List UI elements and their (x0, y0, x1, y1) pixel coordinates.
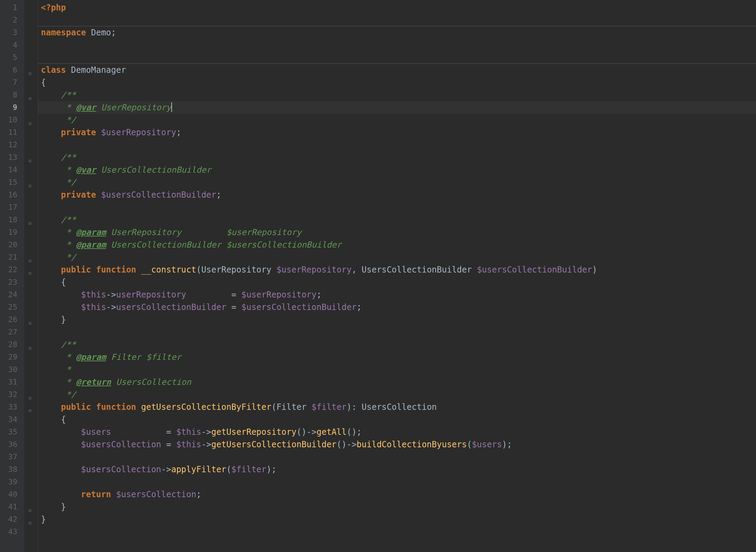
code-line[interactable]: private $userRepository; (38, 126, 756, 139)
code-line[interactable]: { (38, 413, 756, 426)
colon: : (352, 402, 362, 412)
doc-type: UserRepository (96, 103, 171, 112)
code-line[interactable]: class DemoManager (38, 64, 756, 76)
code-line[interactable]: * @param UserRepository $userRepository (38, 226, 756, 239)
code-line[interactable]: $usersCollection = $this->getUsersCollec… (38, 438, 756, 451)
code-line[interactable]: /** (38, 338, 756, 351)
code-line[interactable] (38, 139, 756, 151)
code-line[interactable]: * @var UsersCollectionBuilder (38, 164, 756, 176)
code-line[interactable]: return $usersCollection; (38, 488, 756, 501)
line-number: 8 (0, 89, 17, 101)
line-number: 16 (0, 189, 17, 201)
code-line[interactable]: $this->usersCollectionBuilder = $usersCo… (38, 301, 756, 313)
code-line[interactable]: { (38, 76, 756, 89)
indent (41, 440, 81, 449)
fold-open-icon[interactable] (24, 64, 38, 76)
paren: ); (266, 465, 276, 474)
code-line[interactable]: */ (38, 251, 756, 264)
code-area[interactable]: <?php namespace Demo; class DemoManager … (38, 0, 756, 552)
line-number: 19 (0, 226, 17, 239)
code-line-current[interactable]: * @var UserRepository (38, 101, 756, 114)
fold-close-icon[interactable] (24, 176, 38, 189)
fold-close-icon[interactable] (24, 313, 38, 326)
code-editor[interactable]: 1 2 3 4 5 6 7 8 9 10 11 12 13 14 15 16 1… (0, 0, 756, 552)
doc-star: * (61, 103, 76, 112)
code-line[interactable]: } (38, 313, 756, 326)
fold-close-icon[interactable] (24, 114, 38, 126)
code-line[interactable]: } (38, 513, 756, 526)
code-line[interactable]: private $usersCollectionBuilder; (38, 189, 756, 201)
code-line[interactable]: * @param Filter $filter (38, 351, 756, 363)
code-line[interactable]: */ (38, 388, 756, 401)
type: UsersCollectionBuilder (362, 265, 477, 275)
code-line[interactable]: /** (38, 89, 756, 101)
indent (41, 465, 81, 474)
semicolon: ; (196, 490, 201, 499)
line-number: 32 (0, 388, 17, 401)
doc-star: * (61, 240, 76, 250)
code-line[interactable]: /** (38, 214, 756, 226)
code-line[interactable]: } (38, 501, 756, 513)
kw-public: public (61, 402, 91, 412)
line-number: 10 (0, 114, 17, 126)
doc-tag-return: @return (76, 377, 111, 387)
fold-close-icon[interactable] (24, 388, 38, 401)
code-line[interactable]: $users = $this->getUserRepository()->get… (38, 426, 756, 438)
fold-open-icon[interactable] (24, 89, 38, 101)
arrow: -> (201, 427, 211, 437)
fold-close-icon[interactable] (24, 513, 38, 526)
caret-icon (171, 102, 172, 112)
code-line[interactable]: public function __construct(UserReposito… (38, 264, 756, 276)
paren: ) (346, 402, 351, 412)
line-number: 17 (0, 201, 17, 214)
code-line[interactable]: public function getUsersCollectionByFilt… (38, 401, 756, 413)
var-this: $this (81, 302, 106, 312)
fn-construct: __construct (136, 265, 196, 275)
line-number: 29 (0, 351, 17, 363)
prop: userRepository (116, 290, 186, 300)
line-number: 18 (0, 214, 17, 226)
code-line[interactable] (38, 451, 756, 463)
arrow: -> (161, 465, 171, 474)
pad (111, 427, 166, 437)
docblock: /** (61, 340, 76, 350)
code-line[interactable]: <?php (38, 1, 756, 14)
code-line[interactable] (38, 14, 756, 26)
code-line[interactable] (38, 476, 756, 488)
code-line[interactable]: { (38, 276, 756, 288)
code-line[interactable]: $this->userRepository = $userRepository; (38, 288, 756, 301)
docblock: */ (61, 252, 76, 262)
code-line[interactable]: /** (38, 151, 756, 164)
fold-open-icon[interactable] (24, 401, 38, 413)
fold-open-icon[interactable] (24, 214, 38, 226)
fold-open-icon[interactable] (24, 151, 38, 164)
doc-type: UsersCollectionBuilder (96, 165, 211, 175)
fold-open-icon[interactable] (24, 338, 38, 351)
code-line[interactable]: */ (38, 114, 756, 126)
code-line[interactable]: * @param UsersCollectionBuilder $usersCo… (38, 239, 756, 251)
fold-close-icon[interactable] (24, 501, 38, 513)
return-type: UsersCollection (362, 402, 437, 412)
code-line[interactable] (38, 51, 756, 64)
doc-type: Filter (106, 352, 146, 362)
code-line[interactable]: $usersCollection->applyFilter($filter); (38, 463, 756, 476)
code-line[interactable]: * @return UsersCollection (38, 376, 756, 388)
code-line[interactable]: namespace Demo; (38, 26, 756, 39)
fold-marker (24, 276, 38, 288)
kw-function: function (91, 402, 136, 412)
code-line[interactable]: */ (38, 176, 756, 189)
pad (186, 290, 231, 300)
code-line[interactable] (38, 526, 756, 538)
fold-close-icon[interactable] (24, 251, 38, 264)
code-line[interactable] (38, 326, 756, 338)
line-number: 21 (0, 251, 17, 264)
line-number: 27 (0, 326, 17, 338)
code-line[interactable] (38, 201, 756, 214)
doc-type: UsersCollection (111, 377, 191, 387)
method: applyFilter (171, 465, 226, 474)
fold-marker (24, 139, 38, 151)
paren: ( (226, 465, 231, 474)
fold-open-icon[interactable] (24, 264, 38, 276)
code-line[interactable] (38, 39, 756, 51)
code-line[interactable]: * (38, 363, 756, 376)
